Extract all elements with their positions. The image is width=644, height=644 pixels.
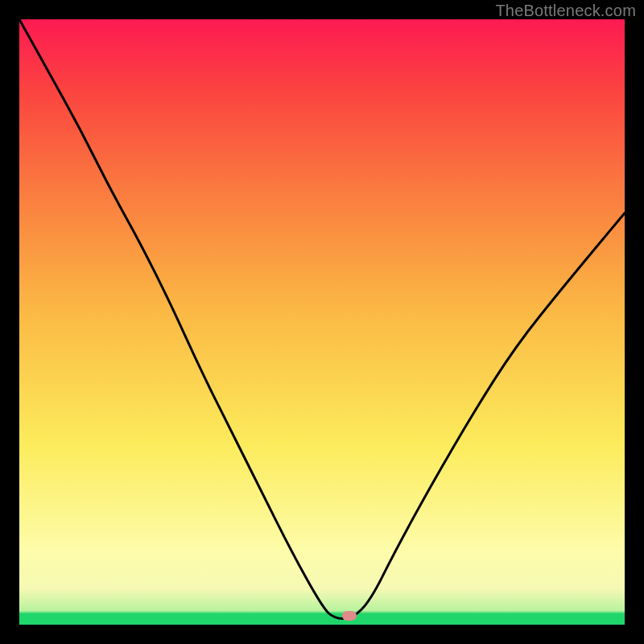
bottleneck-curve-svg [19, 19, 625, 625]
optimal-marker [342, 611, 357, 621]
chart-frame: TheBottleneck.com [0, 0, 644, 644]
plot-area [19, 19, 625, 625]
watermark-text: TheBottleneck.com [495, 2, 636, 20]
bottleneck-curve [19, 19, 625, 619]
